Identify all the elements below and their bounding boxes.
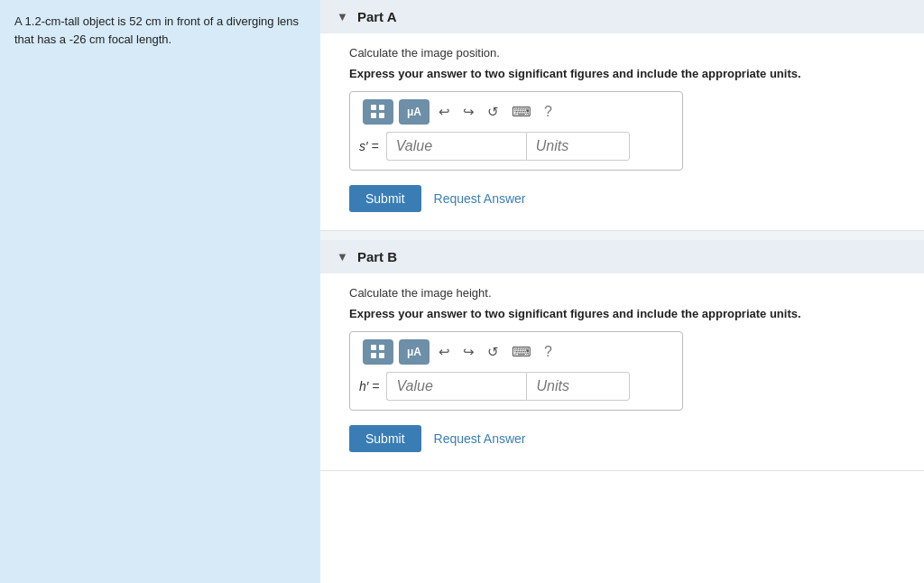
- part-a-header[interactable]: ▼ Part A: [320, 0, 924, 33]
- part-b-value-input[interactable]: [386, 372, 526, 401]
- part-a-keyboard-button[interactable]: ⌨: [508, 102, 535, 122]
- part-a-undo-icon: ↩: [439, 104, 450, 119]
- right-panel: ▼ Part A Calculate the image position. E…: [320, 0, 924, 583]
- part-b-reset-button[interactable]: ↺: [484, 342, 503, 362]
- part-a-request-answer-link[interactable]: Request Answer: [434, 191, 526, 206]
- part-b-toolbar: μA ↩ ↪ ↺ ⌨ ?: [359, 339, 673, 365]
- problem-description: A 1.2-cm-tall object is 52 cm in front o…: [0, 0, 320, 583]
- part-b-var-label: h′ =: [359, 379, 379, 393]
- part-a-reset-button[interactable]: ↺: [484, 102, 503, 122]
- part-a-undo-button[interactable]: ↩: [435, 102, 454, 122]
- part-b-redo-icon: ↪: [463, 344, 475, 359]
- part-divider: [320, 231, 924, 240]
- part-b-help-icon: ?: [544, 344, 552, 359]
- part-b-redo-button[interactable]: ↪: [459, 342, 478, 362]
- part-a-redo-icon: ↪: [463, 104, 475, 119]
- part-b-submit-button[interactable]: Submit: [349, 425, 421, 452]
- part-b-instruction-bold: Express your answer to two significant f…: [349, 307, 895, 320]
- part-b-section: ▼ Part B Calculate the image height. Exp…: [320, 240, 924, 471]
- part-a-help-icon: ?: [544, 104, 552, 119]
- part-a-input-row: s′ =: [359, 132, 673, 161]
- part-a-section: ▼ Part A Calculate the image position. E…: [320, 0, 924, 231]
- part-a-instruction-bold: Express your answer to two significant f…: [349, 67, 895, 80]
- part-a-keyboard-icon: ⌨: [512, 104, 531, 119]
- matrix-icon-b: [371, 345, 385, 359]
- part-a-units-input[interactable]: [526, 132, 630, 161]
- matrix-icon: [371, 105, 385, 119]
- part-a-chevron-icon: ▼: [337, 10, 348, 23]
- part-b-request-answer-link[interactable]: Request Answer: [434, 431, 526, 446]
- part-a-var-label: s′ =: [359, 139, 379, 153]
- part-b-input-row: h′ =: [359, 372, 673, 401]
- part-b-instruction: Calculate the image height.: [349, 286, 895, 300]
- part-b-undo-button[interactable]: ↩: [435, 342, 454, 362]
- part-b-chevron-icon: ▼: [337, 250, 348, 264]
- part-a-value-input[interactable]: [386, 132, 526, 161]
- part-b-reset-icon: ↺: [487, 344, 499, 359]
- part-b-symbol-button[interactable]: μA: [399, 339, 430, 365]
- part-a-answer-box: μA ↩ ↪ ↺ ⌨ ?: [349, 91, 683, 171]
- part-b-undo-icon: ↩: [439, 344, 450, 359]
- part-b-keyboard-button[interactable]: ⌨: [508, 342, 535, 362]
- part-b-help-button[interactable]: ?: [541, 342, 556, 362]
- part-b-header[interactable]: ▼ Part B: [320, 240, 924, 273]
- part-a-title: Part A: [357, 9, 397, 24]
- part-a-submit-button[interactable]: Submit: [349, 185, 421, 212]
- part-b-keyboard-icon: ⌨: [512, 344, 531, 359]
- part-b-answer-box: μA ↩ ↪ ↺ ⌨ ?: [349, 331, 683, 411]
- part-a-body: Calculate the image position. Express yo…: [320, 33, 924, 230]
- part-a-help-button[interactable]: ?: [541, 102, 556, 122]
- part-a-symbol-label: μA: [407, 106, 421, 118]
- part-a-instruction: Calculate the image position.: [349, 46, 895, 60]
- part-a-buttons-row: Submit Request Answer: [349, 185, 895, 212]
- part-a-reset-icon: ↺: [487, 104, 499, 119]
- part-b-buttons-row: Submit Request Answer: [349, 425, 895, 452]
- part-a-matrix-button[interactable]: [363, 99, 393, 125]
- part-a-symbol-button[interactable]: μA: [399, 99, 430, 125]
- part-b-matrix-button[interactable]: [363, 339, 393, 365]
- part-a-redo-button[interactable]: ↪: [459, 102, 478, 122]
- part-b-units-input[interactable]: [526, 372, 630, 401]
- part-b-symbol-label: μA: [407, 346, 421, 358]
- part-b-title: Part B: [357, 249, 397, 264]
- part-b-body: Calculate the image height. Express your…: [320, 273, 924, 470]
- part-a-toolbar: μA ↩ ↪ ↺ ⌨ ?: [359, 99, 673, 125]
- problem-text: A 1.2-cm-tall object is 52 cm in front o…: [14, 14, 299, 46]
